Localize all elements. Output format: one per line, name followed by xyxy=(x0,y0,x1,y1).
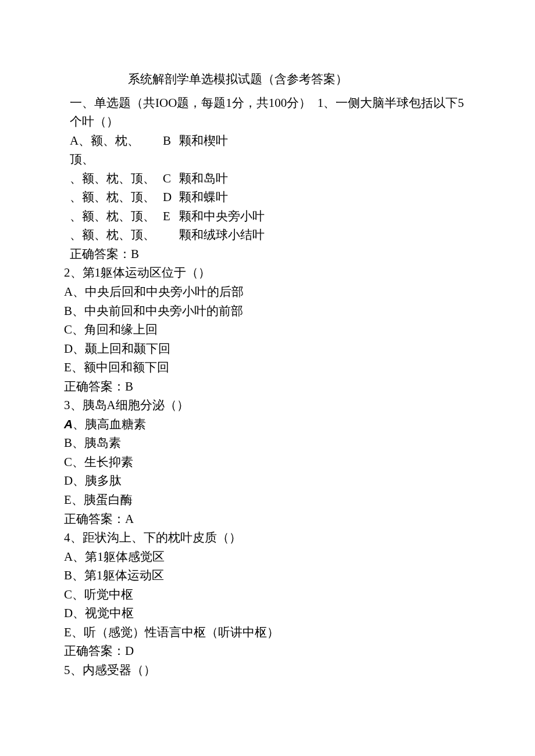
q1-left-text: A、额、枕、顶、 xyxy=(64,131,163,169)
q1-letter: B xyxy=(163,131,179,151)
q1-option-row: 、额、枕、顶、 E 颗和中央旁小叶 xyxy=(64,207,471,226)
q3-option: E、胰蛋白酶 xyxy=(64,490,471,510)
q1-left-text: 、额、枕、顶、 xyxy=(64,225,163,245)
q1-options: A、额、枕、顶、 B 颗和楔叶 、额、枕、顶、 C 颗和岛叶 、额、枕、顶、 D… xyxy=(64,131,471,245)
italic-a-letter: A xyxy=(64,417,73,431)
q1-right-text: 颗和中央旁小叶 xyxy=(179,207,471,226)
q4-stem: 4、距状沟上、下的枕叶皮质（） xyxy=(64,528,471,547)
section-mid3: 分） xyxy=(287,96,311,110)
q3-stem: 3、胰岛A细胞分泌（） xyxy=(64,396,471,415)
section-prefix: 一、单选题（共 xyxy=(70,96,155,110)
document-page: 系统解剖学单选模拟试题（含参考答案） 一、单选题（共IOO题，每题1分，共100… xyxy=(0,0,535,715)
q1-letter: D xyxy=(163,188,179,207)
q1-left-text: 、额、枕、顶、 xyxy=(64,207,163,226)
q4-option: B、第1躯体运动区 xyxy=(64,566,471,585)
section-mid2: 分，共 xyxy=(232,96,269,110)
q3-option-a-text: 、胰高血糖素 xyxy=(73,417,146,431)
q2-option: E、额中回和额下回 xyxy=(64,358,471,377)
q1-left-text: 、额、枕、顶、 xyxy=(64,169,163,188)
section-mid1: 题，每题 xyxy=(177,96,226,110)
q3-answer: 正确答案：A xyxy=(64,510,471,529)
one-point: 1 xyxy=(226,96,232,110)
q2-stem: 2、第1躯体运动区位于（） xyxy=(64,263,471,282)
q2-option: A、中央后回和中央旁小叶的后部 xyxy=(64,282,471,302)
q2-option: D、颞上回和颞下回 xyxy=(64,339,471,359)
q4-option: E、听（感觉）性语言中枢（听讲中枢） xyxy=(64,623,471,642)
q4-answer: 正确答案：D xyxy=(64,642,471,661)
q3-option: D、胰多肽 xyxy=(64,471,471,490)
q4-option: C、听觉中枢 xyxy=(64,585,471,604)
q1-answer: 正确答案：B xyxy=(64,245,471,264)
q1-option-row: 、额、枕、顶、 颗和绒球小结叶 xyxy=(64,225,471,245)
q1-right-text: 颗和楔叶 xyxy=(179,131,471,151)
q4-block: 4、距状沟上、下的枕叶皮质（） A、第1躯体感觉区 B、第1躯体运动区 C、听觉… xyxy=(64,528,471,661)
q1-option-row: 、额、枕、顶、 D 颗和蝶叶 xyxy=(64,188,471,207)
q1-option-row: A、额、枕、顶、 B 颗和楔叶 xyxy=(64,131,471,169)
q3-option-a: A、胰高血糖素 xyxy=(64,415,471,434)
q3-option: B、胰岛素 xyxy=(64,433,471,453)
q5-stem: 5、内感受器（） xyxy=(64,661,471,680)
q1-right-text: 颗和绒球小结叶 xyxy=(179,225,471,245)
q3-option: C、生长抑素 xyxy=(64,453,471,472)
q2-option: B、中央前回和中央旁小叶的前部 xyxy=(64,302,471,321)
q4-option: D、视觉中枢 xyxy=(64,604,471,623)
count-100a: IOO xyxy=(155,96,177,110)
q1-option-row: 、额、枕、顶、 C 颗和岛叶 xyxy=(64,169,471,188)
q2-block: 2、第1躯体运动区位于（） A、中央后回和中央旁小叶的后部 B、中央前回和中央旁… xyxy=(64,263,471,396)
q1-letter: E xyxy=(163,207,179,226)
q4-option: A、第1躯体感觉区 xyxy=(64,547,471,567)
section-header: 一、单选题（共IOO题，每题1分，共100分） 1、一侧大脑半球包括以下5个叶（… xyxy=(64,94,471,131)
q1-left-text: 、额、枕、顶、 xyxy=(64,188,163,207)
document-title: 系统解剖学单选模拟试题（含参考答案） xyxy=(128,70,436,94)
q1-right-text: 颗和蝶叶 xyxy=(179,188,471,207)
q5-block: 5、内感受器（） xyxy=(64,661,471,680)
score-100: 100 xyxy=(269,96,287,110)
q3-block: 3、胰岛A细胞分泌（） A、胰高血糖素 B、胰岛素 C、生长抑素 D、胰多肽 E… xyxy=(64,396,471,528)
q2-option: C、角回和缘上回 xyxy=(64,320,471,339)
q1-right-text: 颗和岛叶 xyxy=(179,169,471,188)
q1-letter: C xyxy=(163,169,179,188)
q2-answer: 正确答案：B xyxy=(64,377,471,396)
